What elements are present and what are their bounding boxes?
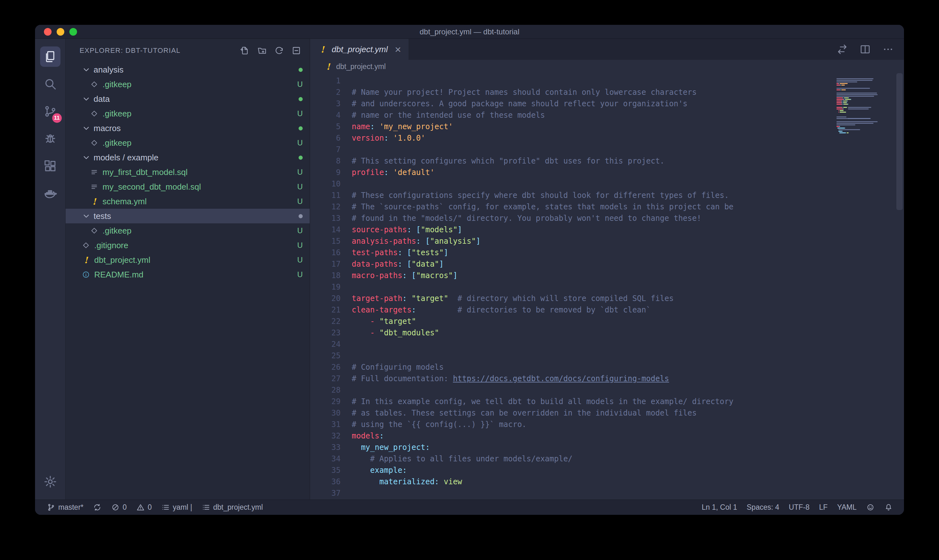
status-warnings-label: 0 (148, 503, 152, 512)
code-line-13[interactable]: 13# found in the "models/" directory. Yo… (310, 212, 834, 224)
code-line-29[interactable]: 29# In this example config, we tell dbt … (310, 396, 834, 407)
tree-item-gitkeep[interactable]: .gitkeepU (66, 223, 310, 238)
code-line-9[interactable]: 9profile: 'default' (310, 167, 834, 178)
code-line-5[interactable]: 5name: 'my_new_project' (310, 121, 834, 132)
tree-item-analysis[interactable]: analysis (66, 62, 310, 77)
status-language-mode[interactable]: YAML (832, 500, 861, 515)
activity-search-button[interactable] (40, 74, 60, 94)
status-warnings[interactable]: 0 (131, 500, 157, 515)
code-line-11[interactable]: 11# These configurations specify where d… (310, 190, 834, 201)
tree-item-macros[interactable]: macros (66, 121, 310, 135)
tree-item-my-first-dbt-model-sql[interactable]: my_first_dbt_model.sqlU (66, 165, 310, 180)
code-line-6[interactable]: 6version: '1.0.0' (310, 132, 834, 144)
status-sync[interactable] (88, 500, 106, 515)
status-active-file[interactable]: dbt_project.yml (197, 500, 268, 515)
code-line-4[interactable]: 4# name or the intended use of these mod… (310, 109, 834, 121)
tree-item-gitkeep[interactable]: .gitkeepU (66, 77, 310, 92)
open-changes-button[interactable] (836, 44, 848, 55)
code-line-1[interactable]: 1 (310, 75, 834, 86)
tree-item-gitkeep[interactable]: .gitkeepU (66, 135, 310, 150)
refresh-button[interactable] (274, 46, 284, 56)
tree-item-my-second-dbt-model-sql[interactable]: my_second_dbt_model.sqlU (66, 180, 310, 194)
code-line-16[interactable]: 16test-paths: ["tests"] (310, 247, 834, 258)
code-line-32[interactable]: 32models: (310, 430, 834, 442)
code-line-text: target-path: "target" # directory which … (340, 293, 674, 304)
breadcrumb-item[interactable]: dbt_project.yml (336, 62, 386, 71)
code-line-36[interactable]: 36 materialized: view (310, 476, 834, 488)
close-tab-icon[interactable]: × (395, 44, 401, 55)
split-editor-button[interactable] (859, 44, 871, 55)
code-line-34[interactable]: 34 # Applies to all files under models/e… (310, 453, 834, 465)
status-cursor-position[interactable]: Ln 1, Col 1 (697, 500, 742, 515)
code-line-14[interactable]: 14source-paths: ["models"] (310, 224, 834, 235)
status-yaml-extension[interactable]: yaml | (157, 500, 197, 515)
tree-item-label: .gitkeep (103, 226, 131, 236)
code-line-8[interactable]: 8# This setting configures which "profil… (310, 155, 834, 167)
close-window-button[interactable] (44, 28, 52, 35)
code-line-17[interactable]: 17data-paths: ["data"] (310, 258, 834, 270)
activity-extensions-button[interactable] (40, 156, 60, 176)
new-file-button[interactable] (240, 46, 250, 56)
activity-settings-button[interactable] (40, 472, 60, 492)
collapse-all-button[interactable] (291, 46, 302, 56)
activity-debug-button[interactable] (40, 129, 60, 149)
code-line-27[interactable]: 27# Full documentation: https://docs.get… (310, 373, 834, 385)
code-editor[interactable]: 12# Name your project! Project names sho… (310, 73, 834, 500)
minimize-window-button[interactable] (57, 28, 64, 35)
line-number: 19 (310, 281, 340, 293)
code-line-10[interactable]: 10 (310, 178, 834, 190)
debug-icon (43, 132, 57, 146)
tree-item-data[interactable]: data (66, 92, 310, 106)
code-line-2[interactable]: 2# Name your project! Project names shou… (310, 86, 834, 98)
status-encoding[interactable]: UTF-8 (784, 500, 814, 515)
editor-scrollbar[interactable] (895, 73, 904, 500)
status-indentation[interactable]: Spaces: 4 (742, 500, 784, 515)
breadcrumb[interactable]: ! dbt_project.yml (310, 60, 904, 73)
code-line-20[interactable]: 20target-path: "target" # directory whic… (310, 293, 834, 304)
code-line-18[interactable]: 18macro-paths: ["macros"] (310, 270, 834, 281)
status-notifications[interactable] (879, 500, 897, 515)
activity-explorer-button[interactable] (40, 46, 60, 67)
activity-docker-button[interactable] (40, 183, 60, 204)
code-line-37[interactable]: 37 (310, 488, 834, 499)
code-line-23[interactable]: 23 - "dbt_modules" (310, 327, 834, 338)
status-eol[interactable]: LF (814, 500, 832, 515)
code-line-22[interactable]: 22 - "target" (310, 315, 834, 327)
code-line-7[interactable]: 7 (310, 144, 834, 155)
status-errors[interactable]: 0 (106, 500, 131, 515)
tree-item-gitkeep[interactable]: .gitkeepU (66, 106, 310, 121)
code-line-33[interactable]: 33 my_new_project: (310, 442, 834, 453)
tree-item-dbt-project-yml[interactable]: !dbt_project.ymlU (66, 252, 310, 267)
minimap[interactable] (834, 73, 895, 500)
status-yaml-extension-label: yaml | (173, 503, 192, 512)
tree-item-models-example[interactable]: models / example (66, 150, 310, 165)
code-line-15[interactable]: 15analysis-paths: ["analysis"] (310, 235, 834, 247)
tab-dbt-project-yml[interactable]: ! dbt_project.yml × (310, 39, 409, 60)
more-actions-button[interactable] (882, 44, 894, 55)
scrollbar-thumb[interactable] (896, 73, 903, 210)
code-line-35[interactable]: 35 example: (310, 465, 834, 476)
tree-item-gitignore[interactable]: .gitignoreU (66, 238, 310, 252)
code-line-31[interactable]: 31# using the `{{ config(...) }}` macro. (310, 419, 834, 430)
code-line-12[interactable]: 12# The `source-paths` config, for examp… (310, 201, 834, 212)
code-line-21[interactable]: 21clean-targets: # directories to be rem… (310, 304, 834, 315)
new-folder-button[interactable] (257, 46, 267, 56)
code-line-19[interactable]: 19 (310, 281, 834, 293)
code-line-25[interactable]: 25 (310, 350, 834, 362)
tree-item-tests[interactable]: tests (66, 209, 310, 223)
code-line-text (340, 75, 352, 86)
zoom-window-button[interactable] (69, 28, 77, 35)
code-line-24[interactable]: 24 (310, 338, 834, 350)
status-branch[interactable]: master* (42, 500, 88, 515)
tree-item-schema-yml[interactable]: !schema.ymlU (66, 194, 310, 209)
line-number: 36 (310, 476, 340, 488)
git-status-badge: U (297, 241, 303, 250)
chevron-down-icon (82, 65, 91, 74)
code-line-3[interactable]: 3# and underscores. A good package name … (310, 98, 834, 109)
status-feedback[interactable] (861, 500, 879, 515)
tree-item-readme-md[interactable]: README.mdU (66, 267, 310, 282)
activity-source-control-button[interactable]: 11 (40, 101, 60, 122)
code-line-26[interactable]: 26# Configuring models (310, 362, 834, 373)
code-line-28[interactable]: 28 (310, 385, 834, 396)
code-line-30[interactable]: 30# as tables. These settings can be ove… (310, 407, 834, 419)
